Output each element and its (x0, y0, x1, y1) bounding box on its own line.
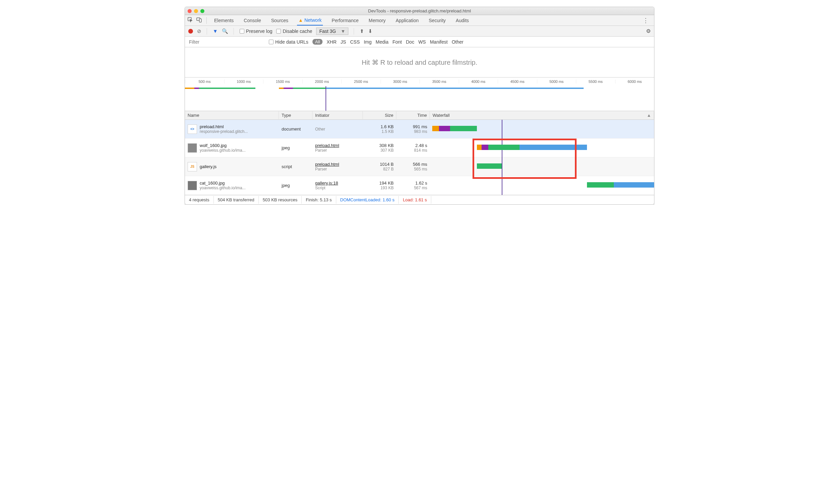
filter-all-pill[interactable]: All (313, 39, 322, 44)
download-icon[interactable]: ⬇ (368, 28, 373, 34)
table-row[interactable]: JSgallery.js script preload.htmlParser 1… (185, 157, 654, 176)
filter-ws[interactable]: WS (418, 39, 426, 44)
filter-input[interactable] (188, 38, 265, 46)
devtools-window: DevTools - responsive-preload.glitch.me/… (184, 7, 655, 205)
tab-security[interactable]: Security (428, 16, 447, 25)
table-row[interactable]: wolf_1600.jpgyoavweiss.github.io/ima... … (185, 139, 654, 157)
tab-console[interactable]: Console (242, 16, 262, 25)
dcl-marker (325, 86, 326, 111)
filter-icon[interactable]: ▼ (213, 28, 218, 34)
timeline-bars (185, 88, 654, 91)
timeline-tick: 3000 ms (380, 79, 420, 84)
status-resources: 503 KB resources (259, 196, 302, 204)
timeline-tick: 2000 ms (302, 79, 342, 84)
status-bar: 4 requests 504 KB transferred 503 KB res… (185, 195, 654, 204)
filter-css[interactable]: CSS (350, 39, 360, 44)
filter-xhr[interactable]: XHR (326, 39, 337, 44)
image-file-icon (188, 143, 197, 153)
filter-js[interactable]: JS (341, 39, 346, 44)
html-file-icon: <> (188, 125, 197, 134)
filter-doc[interactable]: Doc (406, 39, 414, 44)
filter-other[interactable]: Other (452, 39, 463, 44)
device-toggle-icon[interactable] (196, 17, 202, 24)
highlight-box (472, 139, 576, 179)
warning-icon: ▲ (298, 17, 303, 23)
more-menu-icon[interactable]: ⋮ (640, 17, 651, 24)
search-icon[interactable]: 🔍 (222, 28, 228, 34)
title-bar: DevTools - responsive-preload.glitch.me/… (185, 7, 654, 15)
tab-memory[interactable]: Memory (367, 16, 387, 25)
throttling-select[interactable]: Fast 3G▼ (316, 28, 349, 35)
waterfall-cell (430, 176, 654, 195)
timeline-tick: 4000 ms (459, 79, 498, 84)
panel-tabs: Elements Console Sources ▲Network Perfor… (185, 15, 654, 26)
settings-icon[interactable]: ⚙ (646, 28, 651, 34)
timeline-tick: 2500 ms (341, 79, 380, 84)
network-toolbar: ⊘ │ ▼ 🔍 │ Preserve log Disable cache Fas… (185, 26, 654, 37)
timeline-tick: 5500 ms (576, 79, 615, 84)
status-finish: Finish: 5.13 s (302, 196, 336, 204)
clear-icon[interactable]: ⊘ (197, 28, 201, 34)
sort-arrow-icon: ▲ (647, 113, 651, 118)
svg-rect-2 (199, 19, 201, 22)
filter-img[interactable]: Img (364, 39, 372, 44)
col-type[interactable]: Type (279, 111, 313, 119)
tab-audits[interactable]: Audits (454, 16, 470, 25)
filter-media[interactable]: Media (376, 39, 388, 44)
tab-performance[interactable]: Performance (330, 16, 360, 25)
hide-data-urls-checkbox[interactable]: Hide data URLs (269, 39, 308, 44)
js-file-icon: JS (188, 162, 197, 172)
inspect-icon[interactable] (188, 17, 193, 24)
status-dcl: DOMContentLoaded: 1.60 s (336, 196, 399, 204)
col-size[interactable]: Size (363, 111, 396, 119)
window-title: DevTools - responsive-preload.glitch.me/… (185, 8, 654, 14)
table-row[interactable]: cat_1600.jpgyoavweiss.github.io/ima... j… (185, 176, 654, 195)
col-time[interactable]: Time (396, 111, 430, 119)
col-waterfall[interactable]: Waterfall▲ (430, 111, 654, 119)
col-initiator[interactable]: Initiator (313, 111, 363, 119)
request-rows: <>preload.htmlresponsive-preload.glitch.… (185, 120, 654, 195)
upload-icon[interactable]: ⬆ (360, 28, 364, 34)
filter-manifest[interactable]: Manifest (430, 39, 448, 44)
record-button[interactable] (188, 29, 193, 34)
timeline-tick: 3500 ms (420, 79, 459, 84)
tab-elements[interactable]: Elements (213, 16, 235, 25)
status-load: Load: 1.61 s (399, 196, 431, 204)
table-row[interactable]: <>preload.htmlresponsive-preload.glitch.… (185, 120, 654, 139)
timeline-overview[interactable]: 500 ms 1000 ms 1500 ms 2000 ms 2500 ms 3… (185, 77, 654, 111)
tab-application[interactable]: Application (394, 16, 420, 25)
timeline-tick: 1000 ms (224, 79, 264, 84)
status-requests: 4 requests (185, 196, 214, 204)
waterfall-cell (430, 120, 654, 138)
status-transferred: 504 KB transferred (214, 196, 259, 204)
capture-hint: Hit ⌘ R to reload and capture filmstrip. (185, 47, 654, 77)
timeline-tick: 4500 ms (498, 79, 537, 84)
tab-network[interactable]: ▲Network (297, 15, 323, 25)
table-headers: Name Type Initiator Size Time Waterfall▲ (185, 111, 654, 120)
col-name[interactable]: Name (185, 111, 279, 119)
timeline-tick: 6000 ms (615, 79, 655, 84)
tab-sources[interactable]: Sources (270, 16, 290, 25)
filter-bar: Hide data URLs All XHR JS CSS Img Media … (185, 37, 654, 47)
preserve-log-checkbox[interactable]: Preserve log (239, 29, 272, 34)
timeline-tick: 5000 ms (537, 79, 576, 84)
filter-font[interactable]: Font (392, 39, 402, 44)
timeline-tick: 1500 ms (263, 79, 302, 84)
disable-cache-checkbox[interactable]: Disable cache (276, 29, 312, 34)
image-file-icon (188, 181, 197, 190)
timeline-tick: 500 ms (185, 79, 224, 84)
